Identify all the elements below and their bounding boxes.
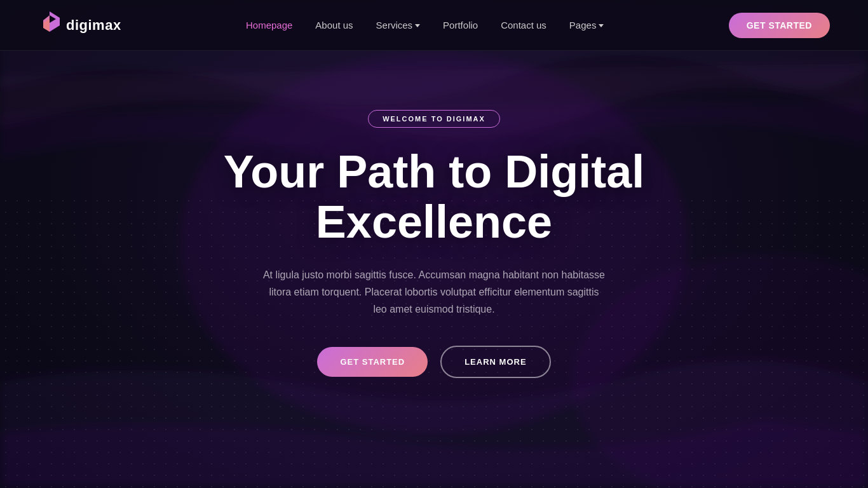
nav-link-homepage[interactable]: Homepage (246, 20, 292, 30)
nav-link-pages[interactable]: Pages (569, 20, 604, 30)
nav-item-pages[interactable]: Pages (569, 20, 604, 30)
chevron-down-icon-pages (599, 24, 604, 27)
nav-cta-button[interactable]: GET STARTED (729, 13, 830, 38)
hero-title-line1: Your Path to Digital (224, 146, 645, 197)
hero-title-line2: Excellence (316, 196, 552, 247)
nav-link-contact[interactable]: Contact us (501, 20, 546, 30)
hero-learn-more-button[interactable]: LEARN MORE (440, 346, 550, 378)
navbar: digimax Homepage About us Services Portf… (0, 0, 868, 51)
nav-item-about[interactable]: About us (315, 20, 353, 31)
nav-item-homepage[interactable]: Homepage (246, 20, 292, 31)
nav-links: Homepage About us Services Portfolio Con… (246, 20, 604, 31)
hero-subtitle: At ligula justo morbi sagittis fusce. Ac… (262, 266, 606, 318)
nav-link-services[interactable]: Services (376, 20, 421, 30)
logo[interactable]: digimax (38, 10, 121, 41)
logo-text: digimax (66, 17, 121, 34)
nav-link-about[interactable]: About us (315, 20, 353, 30)
hero-buttons: GET STARTED LEARN MORE (224, 346, 645, 378)
nav-item-contact[interactable]: Contact us (501, 20, 546, 31)
chevron-down-icon (415, 24, 420, 27)
hero-get-started-button[interactable]: GET STARTED (317, 347, 428, 377)
nav-item-portfolio[interactable]: Portfolio (443, 20, 478, 31)
logo-icon (38, 10, 61, 41)
hero-section: WELCOME TO DIGIMAX Your Path to Digital … (0, 0, 868, 488)
nav-link-portfolio[interactable]: Portfolio (443, 20, 478, 30)
hero-title: Your Path to Digital Excellence (224, 147, 645, 247)
hero-content: WELCOME TO DIGIMAX Your Path to Digital … (224, 110, 645, 379)
welcome-badge: WELCOME TO DIGIMAX (368, 110, 500, 128)
nav-item-services[interactable]: Services (376, 20, 421, 30)
